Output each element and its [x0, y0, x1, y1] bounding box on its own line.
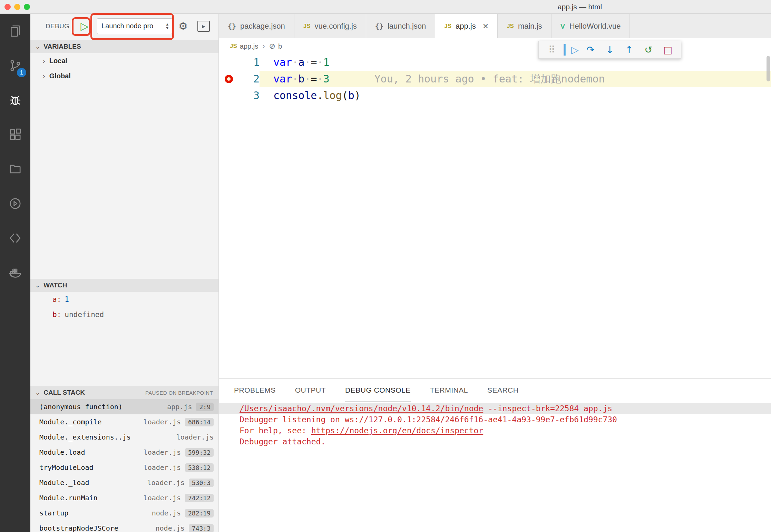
window-title: app.js — html — [500, 0, 659, 14]
panel-tab-problems[interactable]: PROBLEMS — [234, 379, 276, 402]
explorer-icon[interactable] — [0, 16, 30, 46]
editor-scrollbar-thumb[interactable] — [767, 56, 770, 81]
console-text: For help, see: — [240, 426, 311, 435]
debug-icon[interactable] — [0, 85, 30, 115]
watch-expression-name: b: — [52, 311, 61, 319]
code-token: · — [304, 56, 311, 68]
gitlens-blame-annotation: You, 2 hours ago • feat: 增加跑nodemon — [374, 73, 605, 85]
frame-name: Module._extensions..js — [39, 433, 131, 441]
code-token: · — [317, 56, 323, 68]
variables-list: ›Local›Global — [30, 53, 218, 83]
code-editor[interactable]: 1var·a·=·12var·b·=·3You, 2 hours ago • f… — [219, 54, 771, 378]
watch-item[interactable]: a:1 — [30, 292, 218, 307]
extensions-icon[interactable] — [0, 119, 30, 150]
watch-title: WATCH — [43, 282, 67, 289]
code-token: · — [304, 73, 311, 85]
vue-file-icon: V — [560, 22, 565, 30]
tab-launch.json[interactable]: {}launch.json — [366, 14, 435, 38]
call-stack-frame[interactable]: startupnode.js282:19 — [30, 505, 218, 521]
call-stack-frame[interactable]: Module.runMainloader.js742:12 — [30, 490, 218, 505]
console-line: /Users/isaacho/.nvm/versions/node/v10.14… — [219, 403, 771, 414]
frame-location-badge: 282:19 — [185, 509, 214, 518]
code-text[interactable]: var·b·=·3You, 2 hours ago • feat: 增加跑nod… — [260, 71, 771, 87]
continue-button[interactable]: ▎▷ — [562, 44, 581, 56]
editor-region: {}package.jsonJSvue.config.js{}launch.js… — [219, 14, 771, 532]
code-text[interactable]: console.log(b) — [260, 87, 771, 104]
zoom-button[interactable] — [24, 4, 30, 10]
tab-label: launch.json — [388, 22, 426, 31]
stop-button[interactable]: □ — [658, 44, 677, 56]
frame-file: loader.js — [144, 448, 181, 456]
panel-tab-debug-console[interactable]: DEBUG CONSOLE — [345, 379, 411, 402]
frame-file: loader.js — [144, 494, 181, 502]
call-stack-section-header[interactable]: ⌄ CALL STACK PAUSED ON BREAKPOINT — [30, 386, 218, 399]
minimize-button[interactable] — [14, 4, 20, 10]
scm-badge: 1 — [17, 68, 26, 77]
breakpoint-gutter[interactable] — [219, 87, 239, 104]
activity-bar: 1 — [0, 14, 30, 532]
frame-location-badge: 2:9 — [196, 403, 214, 411]
tab-app.js[interactable]: JSapp.js× — [435, 14, 498, 38]
breakpoint-gutter[interactable] — [219, 54, 239, 71]
tab-label: main.js — [518, 22, 542, 31]
breadcrumb-file[interactable]: app.js — [240, 42, 258, 50]
code-text[interactable]: var·a·=·1 — [260, 54, 771, 71]
variables-scope-row[interactable]: ›Local — [30, 53, 218, 68]
call-stack-frame[interactable]: tryModuleLoadloader.js538:12 — [30, 460, 218, 475]
panel-tab-terminal[interactable]: TERMINAL — [430, 379, 468, 402]
close-button[interactable] — [4, 4, 11, 10]
panel-tab-output[interactable]: OUTPUT — [295, 379, 326, 402]
tab-main.js[interactable]: JSmain.js — [498, 14, 551, 38]
step-into-button[interactable]: ↓ — [600, 44, 619, 56]
json-file-icon: {} — [375, 22, 383, 30]
call-stack-frame[interactable]: bootstrapNodeJSCorenode.js743:3 — [30, 521, 218, 532]
variable-scope-label: Global — [49, 72, 71, 80]
debug-console-toggle-icon[interactable]: ▸ — [197, 21, 210, 32]
close-tab-icon[interactable]: × — [483, 21, 488, 32]
run-circle-icon[interactable] — [0, 188, 30, 219]
variables-section-header[interactable]: ⌄ VARIABLES — [30, 40, 218, 53]
code-token: var — [273, 73, 292, 85]
breakpoint-gutter[interactable] — [219, 71, 239, 87]
paused-status-label: PAUSED ON BREAKPOINT — [145, 390, 213, 396]
watch-expression-name: a: — [52, 295, 61, 304]
call-stack-frame[interactable]: Module.loadloader.js599:32 — [30, 445, 218, 460]
tab-vue.config.js[interactable]: JSvue.config.js — [294, 14, 366, 38]
restart-button[interactable]: ↺ — [639, 44, 658, 56]
console-link[interactable]: /Users/isaacho/.nvm/versions/node/v10.14… — [240, 404, 483, 413]
titlebar: app.js — html — [0, 0, 771, 14]
call-stack-frame[interactable]: Module._compileloader.js686:14 — [30, 414, 218, 430]
tab-label: package.json — [240, 22, 285, 31]
code-token: ( — [342, 89, 348, 101]
call-stack-frame[interactable]: (anonymous function)app.js2:9 — [30, 399, 218, 414]
code-token: 3 — [323, 73, 330, 85]
js-file-icon: JS — [507, 23, 514, 30]
docker-icon[interactable] — [0, 257, 30, 288]
configure-gear-icon[interactable]: ⚙ — [178, 20, 188, 32]
chevron-right-icon: › — [43, 72, 45, 80]
watch-item[interactable]: b:undefined — [30, 307, 218, 322]
call-stack-frame[interactable]: Module._loadloader.js530:3 — [30, 475, 218, 490]
tab-package.json[interactable]: {}package.json — [219, 14, 294, 38]
code-compare-icon[interactable] — [0, 223, 30, 253]
folder-icon[interactable] — [0, 154, 30, 184]
code-token: log — [323, 89, 342, 101]
step-over-button[interactable]: ↷ — [581, 44, 600, 56]
call-stack-frame[interactable]: Module._extensions..jsloader.js — [30, 430, 218, 445]
console-link[interactable]: https://nodejs.org/en/docs/inspector — [311, 426, 484, 435]
variables-scope-row[interactable]: ›Global — [30, 68, 218, 83]
code-token: console — [273, 89, 317, 101]
panel-tab-search[interactable]: SEARCH — [487, 379, 519, 402]
breadcrumb-symbol[interactable]: b — [278, 42, 282, 50]
tab-HelloWorld.vue[interactable]: VHelloWorld.vue — [552, 14, 630, 38]
debug-sidebar: DEBUG ▷ Launch node pro ▲▼ ⚙ ▸ ⌄ VARIABL… — [30, 14, 219, 532]
debug-toolbar: ⠿▎▷↷↓↑↺□ — [538, 41, 681, 59]
watch-section-header[interactable]: ⌄ WATCH — [30, 279, 218, 292]
breakpoint-icon[interactable] — [225, 75, 233, 83]
source-control-icon[interactable]: 1 — [0, 50, 30, 81]
code-token: b — [348, 89, 354, 101]
frame-file: app.js — [167, 403, 192, 411]
watch-expression-value: 1 — [65, 295, 69, 304]
js-file-icon: JS — [230, 43, 237, 50]
step-out-button[interactable]: ↑ — [619, 44, 639, 56]
